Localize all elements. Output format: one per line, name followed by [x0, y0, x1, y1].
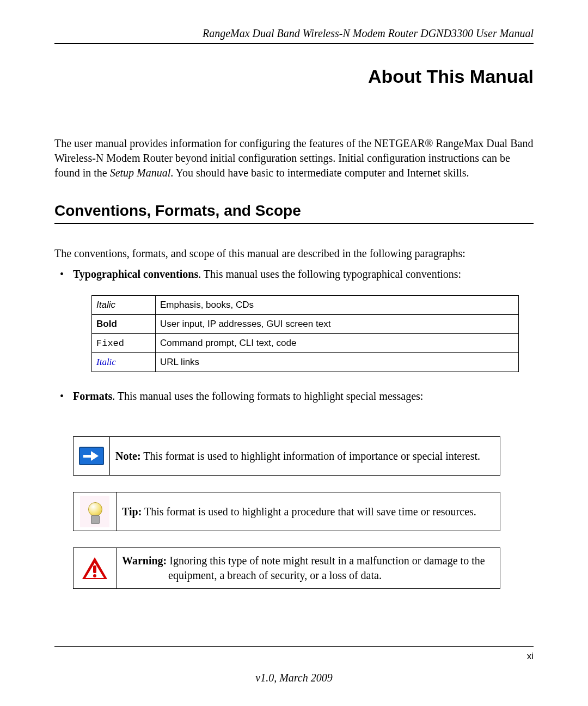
chapter-title: About This Manual	[54, 66, 534, 87]
tip-label: Tip:	[122, 506, 142, 518]
section-heading: Conventions, Formats, and Scope	[54, 202, 534, 224]
bullet-formats: Formats. This manual uses the following …	[54, 388, 534, 404]
warning-callout: Warning: Ignoring this type of note migh…	[73, 547, 500, 589]
bullet-typo-label: Typographical conventions	[73, 268, 198, 280]
intro-em: Setup Manual	[110, 167, 171, 179]
warning-icon-cell	[74, 548, 117, 588]
note-callout: Note: This format is used to highlight i…	[73, 436, 500, 476]
conv-desc: URL links	[156, 353, 519, 372]
conv-desc: Emphasis, books, CDs	[156, 296, 519, 315]
conv-name: Italic	[96, 357, 116, 367]
table-row: Italic Emphasis, books, CDs	[92, 296, 519, 315]
bullet-typo-rest: . This manual uses the following typogra…	[198, 268, 461, 280]
warning-triangle-icon	[82, 557, 107, 579]
lightbulb-icon	[80, 496, 109, 527]
table-row: Italic URL links	[92, 353, 519, 372]
warning-text-line1: Ignoring this type of note might result …	[167, 555, 485, 567]
arrow-icon	[79, 447, 104, 465]
note-icon-cell	[74, 437, 110, 475]
tip-callout: Tip: This format is used to highlight a …	[73, 492, 500, 531]
footer-version: v1.0, March 2009	[54, 672, 534, 684]
bullet-typographical: Typographical conventions. This manual u…	[54, 266, 534, 372]
tip-text: This format is used to highlight a proce…	[142, 506, 476, 518]
intro-post: . You should have basic to intermediate …	[170, 167, 469, 179]
note-label: Note:	[115, 450, 141, 462]
conv-desc: User input, IP addresses, GUI screen tex…	[156, 314, 519, 333]
intro-paragraph: The user manual provides information for…	[54, 136, 534, 180]
table-row: Bold User input, IP addresses, GUI scree…	[92, 314, 519, 333]
note-text: This format is used to highlight informa…	[141, 450, 480, 462]
running-header: RangeMax Dual Band Wireless-N Modem Rout…	[54, 27, 534, 44]
page-number: xi	[54, 647, 534, 662]
conventions-table: Italic Emphasis, books, CDs Bold User in…	[91, 295, 519, 372]
conv-name: Italic	[96, 300, 115, 310]
conv-desc: Command prompt, CLI text, code	[156, 333, 519, 353]
tip-icon-cell	[74, 492, 117, 531]
conventions-intro: The conventions, formats, and scope of t…	[54, 246, 534, 261]
warning-text-line2: equipment, a breach of security, or a lo…	[122, 568, 485, 583]
table-row: Fixed Command prompt, CLI text, code	[92, 333, 519, 353]
bullet-formats-rest: . This manual uses the following formats…	[112, 390, 423, 402]
warning-label: Warning:	[122, 555, 167, 567]
conv-name: Bold	[96, 319, 117, 329]
bullet-formats-label: Formats	[73, 390, 112, 402]
conv-name: Fixed	[96, 338, 124, 349]
